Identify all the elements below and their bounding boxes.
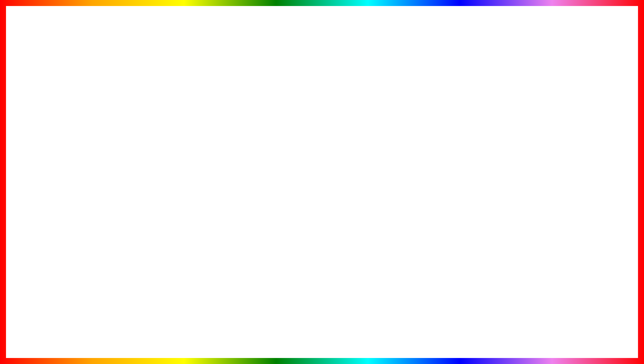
char-eye-right: [385, 176, 392, 183]
bear-ear-right: [414, 89, 421, 97]
psx-header: 🐾 Pet Simulator X - Milk Up ✏ — ✕: [131, 114, 233, 122]
af-type-select: Normal: [147, 87, 163, 93]
psx-tab-mach[interactable]: ⚙ - Mach: [133, 131, 152, 136]
psx-edit-btn[interactable]: ✏: [217, 116, 220, 120]
evo-farming-item[interactable]: 🌾 Farming: [55, 100, 79, 105]
cat-eye-right: [576, 113, 597, 135]
af-onlymassive-toggle[interactable]: [227, 109, 236, 114]
stat-like: 👍 92%: [516, 176, 532, 181]
af-normal-tab[interactable]: Normal: [147, 87, 163, 93]
psx-worlds-row: Worlds Cat, Aaedit Ocean, Tech, Fantasy …: [133, 156, 230, 163]
cloud-main[interactable]: Main 34: [82, 107, 168, 112]
pinata-spike-top: [420, 174, 434, 190]
char-eye-left: [369, 176, 376, 183]
wd-row-hop[interactable]: ✗ Hop Selected Sniper: [32, 201, 128, 206]
cat-eye-left: [527, 113, 549, 135]
pinata-mouth: 😄: [419, 243, 436, 260]
psx-tab-coins[interactable]: 💰 - Coins: [155, 124, 176, 129]
roblox-character: [350, 164, 410, 264]
game-card-info: [🎉 PIÑATA] Pet Simulator X! 👍 92% 👥 248.…: [512, 163, 613, 184]
pastebin-icon[interactable]: 📋: [312, 319, 332, 339]
globe-icon[interactable]: 🌐: [117, 78, 123, 84]
wd-chest-buttons: Chests Pinata: [32, 184, 128, 191]
af-main-toggle[interactable]: [227, 88, 236, 93]
af-antimod-toggle[interactable]: [227, 97, 236, 102]
tab-fruit-farm[interactable]: Fruit Farm: [90, 88, 108, 98]
psx-farm-pinatas-toggle[interactable]: [218, 148, 230, 154]
psx-controls: ✏ — ✕: [217, 116, 230, 120]
af-antimod-row: Anti moder...: [162, 97, 238, 103]
psx-section-pinatas: Pinatas: [131, 138, 233, 145]
af-autocome-toggle[interactable]: [227, 103, 236, 108]
wd-row-diamond[interactable]: ✗ Diamond Sniper: [32, 196, 128, 201]
evo-title: EVO V4 PSX: [57, 76, 77, 85]
card-bottom-stripe: [512, 153, 613, 163]
game-card-title: [🎉 PIÑATA] Pet Simulator X!: [516, 166, 609, 174]
cat-pupil-right: [581, 118, 592, 130]
bear-head: 👀: [400, 94, 420, 114]
bear-ears: [400, 89, 421, 97]
char-head: [365, 164, 395, 194]
evo-left-panel: 🌾 Farming ✗ Pets: [54, 98, 81, 138]
psx-farm-pinatas-label: Farm Pinatas: [133, 149, 155, 153]
af-title: Auto farm 🌿: [117, 88, 139, 92]
pinata-eye-right: [442, 208, 467, 233]
pinata-legs: [386, 278, 474, 303]
char-leg-right: [381, 236, 395, 263]
psx-title: 🐾 Pet Simulator X - Milk Up: [133, 116, 183, 120]
pinata-word: PIÑATA: [192, 312, 332, 353]
psx-farm-pinatas-row: Farm Pinatas: [133, 146, 230, 156]
script-word: sCRIPT: [332, 322, 428, 350]
wd-row-hacker[interactable]: ✗ Hacker Portal Farm: [32, 191, 128, 196]
psx-server-hop-label: Server Hop: [133, 176, 152, 180]
af-collect: Collect 🔥: [171, 88, 188, 92]
char-legs: [350, 236, 410, 263]
stat-players: 👥 248.4K: [537, 176, 559, 181]
event-line2: Available NOW!: [243, 20, 401, 34]
psx-ignore-toggle[interactable]: [218, 165, 230, 171]
psx-server-hop-toggle[interactable]: [218, 175, 230, 181]
pinata-spike-right: [474, 190, 491, 204]
pinata-leg-right: [456, 278, 474, 299]
psx-tab-misc[interactable]: 🎰 - Misc: [199, 124, 218, 129]
cat-nose: 🐱: [558, 138, 567, 147]
bear-eyes: 👀: [401, 101, 419, 109]
wd-row-farmspeed[interactable]: ✗ Selected Farm Speed: [32, 211, 128, 216]
char-face-eyes: [369, 176, 392, 183]
search-icon[interactable]: 🔍: [110, 78, 117, 84]
psx-body: Farm Pinatas Worlds Cat, Aaedit Ocean, T…: [131, 145, 233, 184]
wd-row-selectchest[interactable]: Select Chest: [32, 179, 128, 184]
pinata-leg-left: [386, 282, 404, 303]
evo-search-input[interactable]: [77, 78, 110, 84]
wd-row-selectsnipe[interactable]: ✗ Select To Snipe: [32, 206, 128, 211]
cat-pupil-left: [532, 118, 544, 130]
bear-character: 👀: [397, 94, 424, 120]
wd-chests-btn[interactable]: Chests: [34, 185, 79, 190]
panel-psx-milkup: 🐾 Pet Simulator X - Milk Up ✏ — ✕ ✅ - Ev…: [130, 114, 234, 185]
psx-close-btn[interactable]: ✕: [227, 116, 230, 120]
psx-minimize-btn[interactable]: —: [222, 116, 225, 120]
nav-mastery[interactable]: Mastery: [32, 127, 46, 131]
af-auto-collect-bags[interactable]: Auto collect bags: [195, 88, 218, 92]
tab-normal-farm[interactable]: Normal Farm: [54, 88, 72, 98]
wd-row-chestfarm[interactable]: ✗ Chest Fa...: [32, 174, 128, 179]
title-x: X: [519, 17, 553, 77]
psx-tab-event[interactable]: ✅ - Event: [133, 124, 153, 129]
psx-worlds-value: Cat, Aaedit Ocean, Tech, Fantasy ∧: [177, 158, 230, 161]
pinata-pupil-right: [448, 214, 461, 227]
wd-pinata-btn[interactable]: Pinata: [81, 185, 126, 190]
game-card-stats: 👍 92% 👥 248.4K: [516, 176, 609, 181]
tab-chest-farm[interactable]: Chest Farm: [72, 88, 90, 98]
nav-credits[interactable]: Credits: [32, 123, 45, 127]
psx-ignore-label: Ignore Massive Pinata: [133, 166, 170, 170]
cat-eyes-row: [527, 113, 597, 135]
evo-pets-item[interactable]: ✗ Pets: [55, 105, 79, 111]
psx-tab-eggs[interactable]: 🥚 - Eggs: [177, 124, 197, 129]
wd-row-spawn[interactable]: 🌍 Spawn World: [32, 216, 128, 221]
cat-face-area: 🐱 🐾: [519, 95, 606, 158]
psx-worlds-label: Worlds: [133, 157, 145, 161]
psx-ignore-row: Ignore Massive Pinata: [133, 163, 230, 173]
game-card[interactable]: ✨ ⭐ ✨ 🐱 🐾: [511, 88, 614, 185]
player-count: 248.4K: [544, 176, 559, 181]
update-word: UPDATE: [33, 312, 192, 353]
